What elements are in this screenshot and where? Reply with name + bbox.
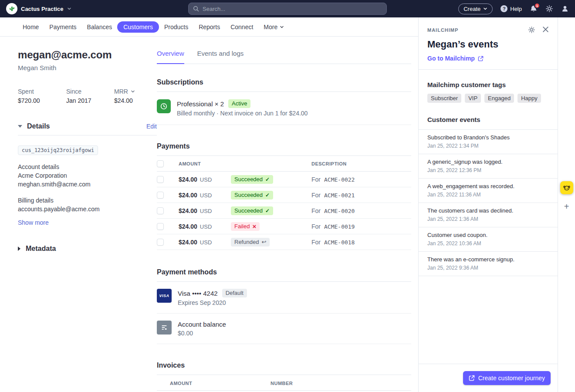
panel-title: Megan’s events xyxy=(427,39,549,50)
recurring-clock-icon xyxy=(157,99,171,113)
nav-item-more[interactable]: More xyxy=(258,21,289,33)
global-search[interactable] xyxy=(188,3,387,15)
notification-badge: 1 xyxy=(534,3,540,9)
stat-label: MRR xyxy=(114,88,128,95)
create-button-label: Create xyxy=(463,6,480,12)
mailchimp-app-icon[interactable] xyxy=(560,181,573,194)
row-checkbox[interactable] xyxy=(157,207,164,214)
stat-value: $720.00 xyxy=(18,97,66,104)
row-checkbox[interactable] xyxy=(157,223,164,230)
customer-main: Overview Events and logs Subscriptions P… xyxy=(157,37,418,392)
details-section-header[interactable]: Details Edit xyxy=(18,122,157,135)
payment-code: ACME-0022 xyxy=(324,176,355,183)
org-switcher[interactable]: Cactus Practice xyxy=(6,3,71,14)
status-badge: Succeeded xyxy=(231,175,273,184)
card-expiry: Expires Sep 2020 xyxy=(178,299,247,306)
stat-since: Since Jan 2017 xyxy=(66,88,114,104)
search-input[interactable] xyxy=(203,6,382,12)
payment-row[interactable]: $24.00USD Succeeded ForACME-0020 xyxy=(157,203,411,219)
nav-item-connect[interactable]: Connect xyxy=(225,21,258,33)
card-row[interactable]: VISA Visa •••• 4242 Default Expires Sep … xyxy=(157,282,411,314)
payment-code: ACME-0018 xyxy=(324,239,355,246)
panel-settings-gear-icon[interactable] xyxy=(528,26,535,34)
customer-stats: Spent $720.00 Since Jan 2017 MRR $24.00 xyxy=(18,88,157,104)
payment-row[interactable]: $24.00USD Succeeded ForACME-0021 xyxy=(157,187,411,203)
primary-nav: Home Payments Balances Customers Product… xyxy=(0,17,418,37)
details-title: Details xyxy=(27,122,50,130)
account-balance-row[interactable]: Account balance $0.00 xyxy=(157,314,411,344)
help-icon: ? xyxy=(501,5,507,12)
payment-code: ACME-0020 xyxy=(324,208,355,214)
event-text: A generic_signup was logged. xyxy=(427,159,549,165)
payment-currency: USD xyxy=(200,176,212,183)
subscription-row[interactable]: Professional × 2 Active Billed monthly ·… xyxy=(157,92,411,125)
row-checkbox[interactable] xyxy=(157,176,164,183)
nav-more-label: More xyxy=(264,24,277,30)
payment-row[interactable]: $24.00USD Failed ForACME-0019 xyxy=(157,219,411,234)
payment-currency: USD xyxy=(200,208,212,214)
nav-item-home[interactable]: Home xyxy=(17,21,44,33)
stat-label: Spent xyxy=(18,88,66,95)
close-icon[interactable] xyxy=(542,26,549,34)
search-icon xyxy=(193,6,199,12)
metadata-title: Metadata xyxy=(26,245,56,253)
profile-avatar-icon[interactable] xyxy=(561,5,569,13)
default-badge: Default xyxy=(222,289,247,297)
status-badge: Refunded xyxy=(231,238,270,247)
org-name: Cactus Practice xyxy=(21,6,64,12)
notifications-button[interactable]: 1 xyxy=(530,5,538,13)
stat-mrr: MRR $24.00 xyxy=(114,88,135,104)
column-header-description: DESCRIPTION xyxy=(311,161,347,166)
subscriptions-title: Subscriptions xyxy=(157,78,411,92)
tab-overview[interactable]: Overview xyxy=(157,50,184,64)
subscriptions-section: Subscriptions Professional × 2 Active Bi… xyxy=(157,78,411,125)
select-all-checkbox[interactable] xyxy=(157,160,164,167)
payment-row[interactable]: $24.00USD Succeeded ForACME-0022 xyxy=(157,172,411,187)
divider xyxy=(419,69,558,70)
account-name: Acme Corporation xyxy=(18,171,157,180)
event-time: Jan 25, 2022 11:36 AM xyxy=(427,192,549,198)
create-button[interactable]: Create xyxy=(458,3,493,14)
column-header-number: NUMBER xyxy=(271,381,293,386)
chevron-down-icon xyxy=(483,7,487,11)
metadata-section-header[interactable]: Metadata xyxy=(18,245,157,253)
customer-id-chip[interactable]: cus_123oijq23roijafgowi xyxy=(18,145,98,155)
description-prefix: For xyxy=(311,192,321,199)
stat-value: $24.00 xyxy=(114,97,135,104)
event-item: Customer used coupon. Jan 25, 2022 10:36… xyxy=(419,227,558,252)
settings-gear-icon[interactable] xyxy=(545,5,553,13)
stat-value: Jan 2017 xyxy=(66,97,114,104)
payment-code: ACME-0019 xyxy=(324,223,355,230)
tab-events-and-logs[interactable]: Events and logs xyxy=(197,50,244,64)
payment-amount: $24.00 xyxy=(179,239,197,246)
help-button[interactable]: ? Help xyxy=(501,5,522,12)
chevron-down-icon xyxy=(280,25,284,29)
add-app-plus-icon[interactable]: + xyxy=(564,202,569,211)
nav-item-products[interactable]: Products xyxy=(159,21,193,33)
nav-item-customers[interactable]: Customers xyxy=(117,21,159,33)
nav-item-reports[interactable]: Reports xyxy=(193,21,225,33)
row-checkbox[interactable] xyxy=(157,192,164,199)
go-to-mailchimp-link[interactable]: Go to Mailchimp xyxy=(427,55,484,62)
mailchimp-app-panel: MAILCHIMP Megan’s events Go to Mailchimp… xyxy=(418,17,558,392)
row-checkbox[interactable] xyxy=(157,239,164,246)
edit-details-link[interactable]: Edit xyxy=(146,123,157,130)
column-header-amount: AMOUNT xyxy=(179,161,201,166)
account-email: meghan.smith@acme.com xyxy=(18,180,157,189)
go-to-mailchimp-label: Go to Mailchimp xyxy=(427,55,475,62)
customer-sidebar: megan@acme.com Megan Smith Spent $720.00… xyxy=(0,37,157,392)
subscription-name: Professional × 2 xyxy=(177,100,224,108)
payment-currency: USD xyxy=(200,192,212,199)
nav-item-balances[interactable]: Balances xyxy=(82,21,118,33)
payment-currency: USD xyxy=(200,223,212,230)
nav-item-payments[interactable]: Payments xyxy=(44,21,81,33)
chevron-down-icon[interactable] xyxy=(131,89,135,94)
show-more-link[interactable]: Show more xyxy=(18,219,49,226)
payment-methods-section: Payment methods VISA Visa •••• 4242 Defa… xyxy=(157,268,411,344)
create-customer-journey-button[interactable]: Create customer journey xyxy=(463,371,551,385)
event-item: A generic_signup was logged. Jan 25, 202… xyxy=(419,154,558,179)
stat-label: Since xyxy=(66,88,114,95)
status-badge-label: Active xyxy=(232,100,247,108)
events-section-title: Customer events xyxy=(427,116,549,123)
payment-row[interactable]: $24.00USD Refunded ForACME-0018 xyxy=(157,234,411,250)
